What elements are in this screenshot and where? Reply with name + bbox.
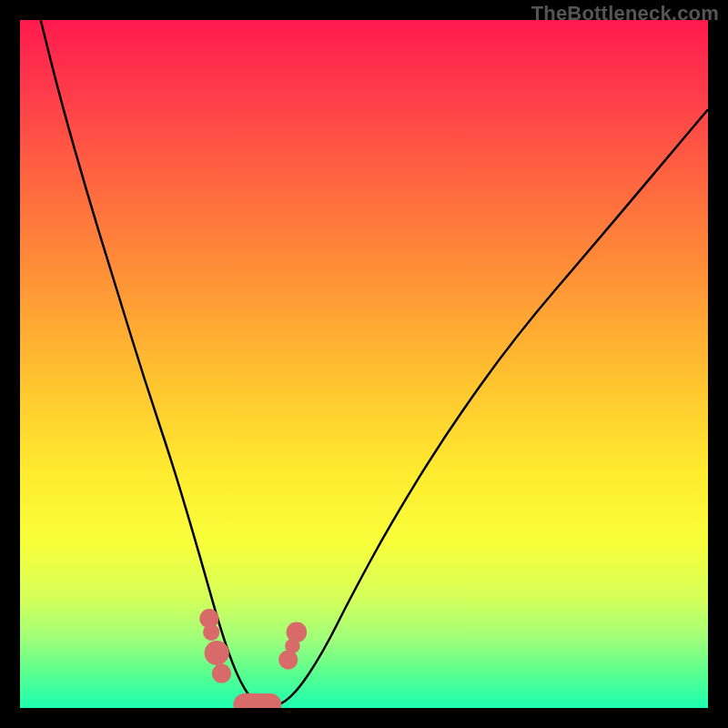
bottleneck-plot <box>20 20 708 708</box>
marker-dot <box>287 622 308 643</box>
marker-dot <box>203 624 219 641</box>
chart-frame <box>20 20 708 708</box>
marker-dot <box>212 664 231 683</box>
marker-dot <box>205 641 229 665</box>
curve-path <box>41 20 708 708</box>
attribution-text: TheBottleneck.com <box>531 2 719 25</box>
valley-band <box>233 693 281 708</box>
